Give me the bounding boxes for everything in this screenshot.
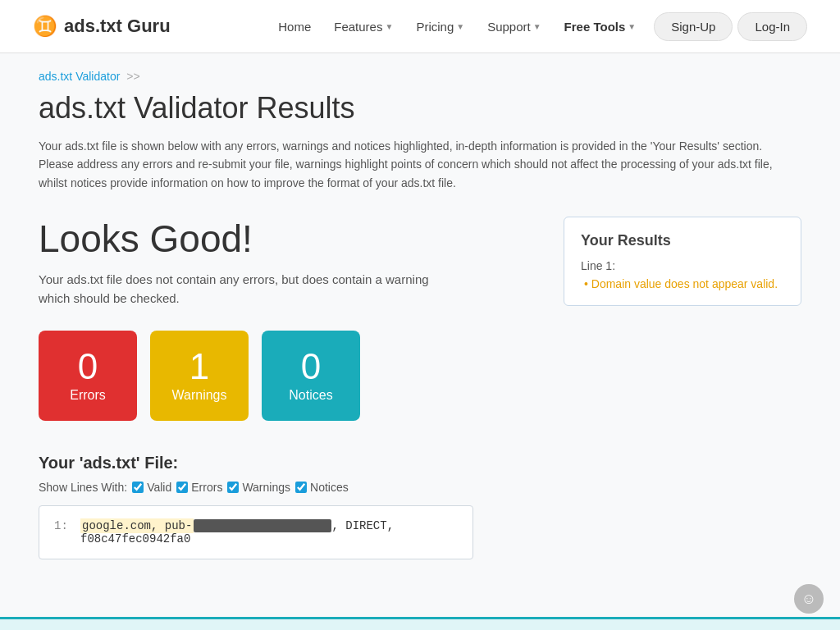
logo-text: ads.txt Guru <box>64 16 171 37</box>
looks-good-heading: Looks Good! <box>39 217 539 261</box>
looks-good-subtext: Your ads.txt file does not contain any e… <box>39 271 432 308</box>
stat-boxes: 0 Errors 1 Warnings 0 Notices <box>39 331 539 421</box>
main-nav: ♊ ads.txt Guru Home Features ▼ Pricing ▼… <box>0 0 840 53</box>
main-container: ads.txt Validator >> ads.txt Validator R… <box>14 53 826 592</box>
code-line-1: 1: google.com, pub- , DIRECT, f08c47fec0… <box>54 519 458 546</box>
code-linenum-1: 1: <box>54 519 71 532</box>
file-section: Your 'ads.txt' File: Show Lines With: Va… <box>39 454 801 559</box>
code-highlighted-text: google.com, pub- <box>80 518 194 533</box>
notices-count: 0 <box>301 349 321 385</box>
bottom-banner: Stop Using Validators! <box>0 617 840 630</box>
filter-warnings-text: Warnings <box>242 481 290 494</box>
filter-errors-label[interactable]: Errors <box>176 481 222 494</box>
warnings-stat-box: 1 Warnings <box>150 331 249 421</box>
filter-row: Show Lines With: Valid Errors Warnings N… <box>39 481 801 494</box>
results-box-item: • Domain value does not appear valid. <box>584 277 784 290</box>
errors-label: Errors <box>70 388 106 403</box>
nav-item-pricing[interactable]: Pricing ▼ <box>406 13 474 40</box>
code-redacted-text <box>194 519 331 532</box>
filter-valid-label[interactable]: Valid <box>132 481 171 494</box>
filter-warnings-label[interactable]: Warnings <box>227 481 290 494</box>
nav-item-free-tools[interactable]: Free Tools ▼ <box>555 13 646 40</box>
logo[interactable]: ♊ ads.txt Guru <box>33 15 171 38</box>
breadcrumb-separator: >> <box>126 70 139 83</box>
filter-warnings-checkbox[interactable] <box>227 482 239 493</box>
filter-notices-label[interactable]: Notices <box>295 481 349 494</box>
filter-valid-text: Valid <box>147 481 171 494</box>
filter-label: Show Lines With: <box>39 481 127 494</box>
result-section: Looks Good! Your ads.txt file does not c… <box>39 217 801 421</box>
nav-link-features[interactable]: Features ▼ <box>324 13 403 40</box>
nav-link-pricing[interactable]: Pricing ▼ <box>406 13 474 40</box>
chevron-down-icon: ▼ <box>533 22 541 31</box>
nav-item-support[interactable]: Support ▼ <box>477 13 550 40</box>
filter-errors-text: Errors <box>191 481 222 494</box>
filter-errors-checkbox[interactable] <box>176 482 188 493</box>
chevron-down-icon: ▼ <box>385 22 393 31</box>
warnings-count: 1 <box>189 349 209 385</box>
file-section-title: Your 'ads.txt' File: <box>39 454 801 472</box>
login-button[interactable]: Log-In <box>737 12 807 41</box>
code-content-1: google.com, pub- , DIRECT, f08c47fec0942… <box>80 519 458 546</box>
corner-smiley-icon[interactable]: ☺ <box>794 584 824 614</box>
notices-stat-box: 0 Notices <box>262 331 360 421</box>
nav-link-support[interactable]: Support ▼ <box>477 13 550 40</box>
chevron-down-icon: ▼ <box>456 22 464 31</box>
your-results-box: Your Results Line 1: • Domain value does… <box>564 217 801 306</box>
nav-item-home[interactable]: Home <box>268 13 321 40</box>
chevron-down-icon: ▼ <box>628 22 636 31</box>
nav-link-free-tools[interactable]: Free Tools ▼ <box>555 13 646 40</box>
code-box: 1: google.com, pub- , DIRECT, f08c47fec0… <box>39 505 473 559</box>
breadcrumb-link[interactable]: ads.txt Validator <box>39 70 120 83</box>
nav-links: Home Features ▼ Pricing ▼ Support ▼ Free… <box>268 13 646 40</box>
page-description: Your ads.txt file is shown below with an… <box>39 137 777 192</box>
errors-stat-box: 0 Errors <box>39 331 137 421</box>
notices-label: Notices <box>289 388 332 403</box>
results-box-line-label: Line 1: <box>581 259 784 272</box>
errors-count: 0 <box>78 349 98 385</box>
page-title: ads.txt Validator Results <box>39 91 801 126</box>
filter-notices-checkbox[interactable] <box>295 482 307 493</box>
nav-item-features[interactable]: Features ▼ <box>324 13 403 40</box>
results-box-title: Your Results <box>581 232 784 249</box>
filter-valid-checkbox[interactable] <box>132 482 144 493</box>
result-left: Looks Good! Your ads.txt file does not c… <box>39 217 539 421</box>
filter-notices-text: Notices <box>310 481 349 494</box>
nav-link-home[interactable]: Home <box>268 13 321 40</box>
breadcrumb: ads.txt Validator >> <box>39 70 801 83</box>
logo-icon: ♊ <box>33 15 57 38</box>
warnings-label: Warnings <box>172 388 227 403</box>
signup-button[interactable]: Sign-Up <box>654 12 733 41</box>
